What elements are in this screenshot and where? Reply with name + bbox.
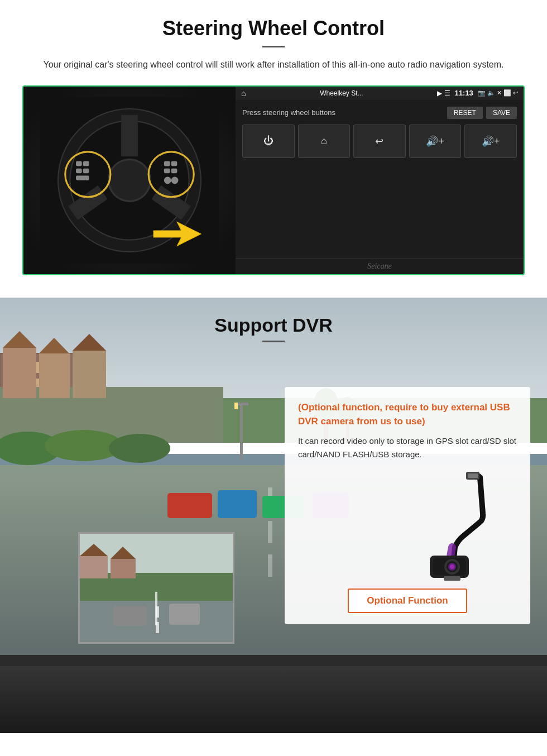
svg-rect-9 [76,161,82,166]
svg-rect-14 [164,161,170,166]
reset-button[interactable]: RESET [447,107,483,119]
svg-rect-15 [171,161,177,166]
swc-btn-back[interactable]: ↩ [353,125,406,158]
dvr-optional-text: (Optional function, require to buy exter… [298,400,517,429]
swc-btn-power[interactable]: ⏻ [242,125,295,158]
swc-function-buttons: ⏻ ⌂ ↩ 🔊+ 🔊+ [242,125,517,158]
steering-subtitle: Your original car's steering wheel contr… [22,58,525,72]
svg-rect-48 [0,655,547,666]
swc-header: Press steering wheel buttons RESET SAVE [242,107,517,119]
seicane-logo: Seicane [236,258,524,274]
svg-rect-58 [234,403,238,409]
system-icons: 📷 🔈 ✕ ⬜ ↩ [478,89,518,97]
title-divider [262,46,285,47]
save-button[interactable]: SAVE [486,107,517,119]
dvr-title-divider [262,341,285,342]
svg-rect-10 [83,161,89,166]
svg-rect-17 [171,168,177,173]
swc-body: Press steering wheel buttons RESET SAVE … [236,100,524,258]
status-icons: ▶ ☰ [437,89,450,97]
swc-btn-group[interactable]: RESET SAVE [447,107,517,119]
thumbnail-scene [80,534,234,644]
dvr-description: It can record video only to storage in G… [298,434,517,461]
svg-rect-12 [83,168,89,173]
svg-rect-66 [169,604,200,625]
steering-title: Steering Wheel Control [22,17,525,40]
svg-rect-72 [468,473,478,478]
steering-demo-panel: ⌂ Wheelkey St... ▶ ☰ 11:13 📷 🔈 ✕ ⬜ ↩ Pre… [22,85,525,275]
dvr-thumbnail [78,532,234,644]
swc-instruction: Press steering wheel buttons [242,108,335,117]
svg-rect-56 [240,404,243,460]
dvr-device-image [298,469,517,581]
status-bar: ⌂ Wheelkey St... ▶ ☰ 11:13 📷 🔈 ✕ ⬜ ↩ [236,87,524,100]
svg-point-19 [171,176,179,184]
svg-rect-13 [76,175,89,180]
svg-rect-41 [268,521,272,543]
svg-rect-43 [167,493,212,518]
dvr-title-area: Support DVR [0,298,547,351]
svg-rect-21 [153,230,183,237]
home-icon: ⌂ [241,89,246,98]
dvr-section: Support DVR [0,298,547,733]
steering-section: Steering Wheel Control Your original car… [0,0,547,298]
svg-rect-67 [80,556,108,578]
svg-point-6 [109,159,151,201]
road-line [155,592,157,625]
app-title: Wheelkey St... [250,89,433,97]
svg-rect-37 [73,351,106,398]
svg-rect-11 [76,168,82,173]
swc-btn-vol-up-1[interactable]: 🔊+ [409,125,462,158]
dvr-thumbnail-inner [80,534,233,642]
svg-rect-69 [111,559,136,578]
svg-rect-79 [444,576,460,581]
dvr-info-box: (Optional function, require to buy exter… [285,387,530,624]
svg-rect-65 [113,606,147,626]
svg-point-78 [450,564,454,569]
svg-rect-35 [39,353,70,398]
dvr-device-svg [318,469,497,581]
swc-btn-vol-up-2[interactable]: 🔊+ [464,125,517,158]
svg-rect-44 [218,490,257,518]
svg-point-51 [109,434,170,463]
optional-function-button[interactable]: Optional Function [348,588,467,613]
clock: 11:13 [455,89,473,97]
svg-rect-47 [0,655,547,733]
svg-point-18 [164,176,171,184]
svg-rect-42 [268,554,272,577]
steering-wheel-svg [40,97,219,264]
steering-photo [23,87,236,274]
swc-btn-home[interactable]: ⌂ [298,125,351,158]
android-ui-panel: ⌂ Wheelkey St... ▶ ☰ 11:13 📷 🔈 ✕ ⬜ ↩ Pre… [236,87,524,274]
svg-rect-33 [3,348,36,398]
svg-rect-16 [164,168,170,173]
dvr-title: Support DVR [0,314,547,336]
